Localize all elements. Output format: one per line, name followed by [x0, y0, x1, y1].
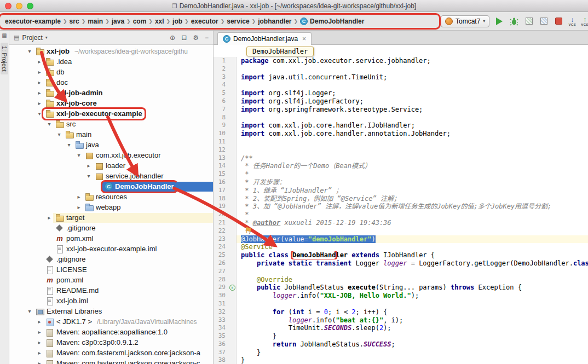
zoom-window-button[interactable] — [27, 3, 33, 9]
expand-arrow-icon[interactable]: ▾ — [85, 173, 93, 179]
breadcrumb-item[interactable]: executor-example — [3, 17, 62, 26]
collapse-arrow-icon[interactable]: ▸ — [36, 59, 43, 65]
collapse-arrow-icon[interactable]: ▸ — [36, 79, 43, 85]
debug-button[interactable] — [509, 16, 519, 26]
expand-arrow-icon[interactable]: ▾ — [26, 308, 33, 314]
breadcrumb-item[interactable]: xxl — [153, 17, 166, 26]
expand-arrow-icon[interactable]: ▾ — [65, 142, 73, 148]
code-line[interactable]: 32 for (int i = 0; i < 2; i++) { — [214, 308, 588, 316]
collapse-arrow-icon[interactable]: ▸ — [36, 90, 43, 96]
tree-item[interactable]: ▸webapp — [9, 202, 213, 212]
tree-item[interactable]: ▸resources — [9, 192, 213, 202]
code-line[interactable]: 4 — [214, 81, 588, 89]
code-line[interactable]: 20 * — [214, 211, 588, 219]
breadcrumb-item[interactable]: CDemoJobHandler — [298, 17, 366, 26]
collapse-arrow-icon[interactable]: ▸ — [45, 215, 53, 221]
project-panel-title[interactable]: Project — [22, 34, 42, 42]
hide-panel-icon[interactable]: − — [205, 34, 209, 42]
editor-breadcrumb-chip[interactable]: DemoJobHandler — [246, 47, 314, 56]
tool-windows-icon[interactable]: ▦ — [2, 32, 7, 38]
code-line[interactable]: 7import org.springframework.stereotype.S… — [214, 106, 588, 114]
expand-arrow-icon[interactable]: ▾ — [55, 131, 63, 137]
tree-item[interactable]: ▾src — [9, 119, 213, 129]
code-line[interactable]: 36 return JobHandleStatus.SUCCESS; — [214, 340, 588, 349]
code-line[interactable]: 35 } — [214, 332, 588, 340]
code-line[interactable]: 33 logger.info("beat at:{}", i); — [214, 316, 588, 325]
code-line[interactable]: 2 — [214, 65, 588, 73]
collapse-arrow-icon[interactable]: ▸ — [36, 100, 43, 106]
expand-arrow-icon[interactable]: ▾ — [75, 152, 83, 158]
code-line[interactable]: 19 * 3、加 “@JobHander” 注解，注解value值为新增任务生成… — [214, 203, 588, 211]
tree-item[interactable]: ▸target — [9, 212, 213, 223]
tree-item[interactable]: ▸< JDK1.7 >/Library/Java/JavaVirtualMach… — [9, 316, 213, 327]
code-line[interactable]: 5import org.slf4j.Logger; — [214, 89, 588, 97]
chevron-down-icon[interactable]: ▾ — [45, 35, 48, 40]
coverage-button[interactable] — [524, 16, 534, 26]
code-line[interactable]: 38} — [214, 356, 588, 364]
tree-item[interactable]: ▾java — [9, 140, 213, 150]
expand-arrow-icon[interactable]: ▾ — [26, 48, 33, 54]
editor-tab[interactable]: C DemoJobHandler.java × — [217, 32, 312, 45]
locate-icon[interactable]: ⊕ — [170, 34, 175, 42]
code-line[interactable]: 23@JobHander(value="demoJobHandler") — [214, 235, 588, 244]
code-line[interactable]: 8 — [214, 114, 588, 122]
code-line[interactable]: 28 @Override — [214, 276, 588, 284]
code-line[interactable]: 26 private static transient Logger logge… — [214, 259, 588, 268]
vcs-commit-button[interactable]: ↑ VCS — [581, 16, 588, 26]
tree-item[interactable]: ▾service.jobhandler — [9, 171, 213, 181]
code-line[interactable]: 37 } — [214, 349, 588, 357]
tree-item[interactable]: ▸Maven: com.fasterxml.jackson.core:jacks… — [9, 348, 213, 358]
code-line[interactable]: 12 — [214, 146, 588, 154]
collapse-arrow-icon[interactable]: ▸ — [36, 339, 43, 345]
code-line[interactable]: 1package com.xxl.job.executor.service.jo… — [214, 57, 588, 65]
tree-item[interactable]: README.md — [9, 285, 213, 296]
tree-item[interactable]: xxl-job.iml — [9, 296, 213, 306]
collapse-arrow-icon[interactable]: ▸ — [36, 319, 43, 325]
collapse-all-icon[interactable]: ⊟ — [181, 34, 187, 42]
tree-item[interactable]: ▸db — [9, 67, 213, 77]
code-line[interactable]: 25public class DemoJobHandler extends IJ… — [214, 251, 588, 259]
tree-item[interactable]: ▾xxl-job~/workspaces/idea-git-workspace/… — [9, 46, 213, 56]
code-line[interactable]: 15 * — [214, 170, 588, 178]
collapse-arrow-icon[interactable]: ▸ — [36, 350, 43, 356]
code-line[interactable]: 3import java.util.concurrent.TimeUnit; — [214, 73, 588, 82]
code-line[interactable]: 29↑ public JobHandleStatus execute(Strin… — [214, 284, 588, 292]
breadcrumb-item[interactable]: java — [110, 17, 126, 26]
tree-item[interactable]: ▸Maven: c3p0:c3p0:0.9.1.2 — [9, 337, 213, 348]
breadcrumb-item[interactable]: job — [171, 17, 184, 26]
tree-item[interactable]: mpom.xml — [9, 233, 213, 244]
code-line[interactable]: 30 logger.info("XXL-JOB, Hello World."); — [214, 292, 588, 300]
gear-icon[interactable]: ⚙ — [193, 34, 199, 42]
close-window-button[interactable] — [5, 3, 11, 9]
minimize-window-button[interactable] — [16, 3, 22, 9]
expand-arrow-icon[interactable]: ▾ — [45, 121, 53, 127]
tree-item[interactable]: CDemoJobHandler — [9, 181, 213, 192]
code-line[interactable]: 14 * 任务Handler的一个Demo（Bean模式） — [214, 162, 588, 170]
code-line[interactable]: 13/** — [214, 154, 588, 163]
collapse-arrow-icon[interactable]: ▸ — [75, 204, 83, 210]
tree-item[interactable]: ▾External Libraries — [9, 306, 213, 316]
code-line[interactable]: 11 — [214, 138, 588, 146]
tree-item[interactable]: ▾com.xxl.job.executor — [9, 150, 213, 160]
collapse-arrow-icon[interactable]: ▸ — [36, 69, 43, 75]
tree-item[interactable]: LICENSE — [9, 264, 213, 275]
code-line[interactable]: 21 * @author xuxueli 2015-12-19 19:43:36 — [214, 219, 588, 227]
tree-item[interactable]: ▸.idea — [9, 56, 213, 67]
vcs-update-button[interactable]: ↓ VCS — [568, 16, 576, 26]
collapse-arrow-icon[interactable]: ▸ — [36, 360, 43, 364]
code-line[interactable]: 9import com.xxl.job.core.handler.IJobHan… — [214, 122, 588, 130]
expand-arrow-icon[interactable]: ▾ — [36, 111, 43, 117]
project-tool-window-tab[interactable]: 1: Project — [1, 43, 8, 74]
code-line[interactable]: 16 * 开发步骤： — [214, 178, 588, 187]
tree-item[interactable]: .gitignore — [9, 223, 213, 233]
breadcrumb-item[interactable]: src — [68, 17, 81, 26]
code-line[interactable]: 22 */ — [214, 227, 588, 235]
tree-item[interactable]: ▸Maven: com.fasterxml.jackson.core:jacks… — [9, 358, 213, 364]
breadcrumb-item[interactable]: com — [131, 17, 148, 26]
breadcrumb-item[interactable]: executor — [189, 17, 220, 26]
tree-item[interactable]: ▸doc — [9, 77, 213, 88]
run-configuration-selector[interactable]: Tomcat7 ▾ — [441, 15, 489, 27]
matrix-button[interactable] — [539, 16, 549, 26]
tree-item[interactable]: .gitignore — [9, 254, 213, 264]
tree-item[interactable]: ▸Maven: aopalliance:aopalliance:1.0 — [9, 327, 213, 337]
